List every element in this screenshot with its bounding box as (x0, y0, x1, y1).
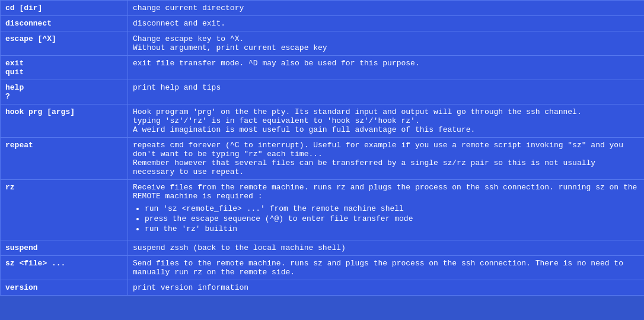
table-row: versionprint version information (1, 280, 645, 296)
table-row: hook prg [args]Hook program 'prg' on the… (1, 104, 645, 138)
description-cell: Receive files from the remote machine. r… (128, 180, 645, 240)
command-cell: suspend (1, 240, 128, 256)
command-cell: sz <file> ... (1, 256, 128, 280)
command-cell: disconnect (1, 16, 128, 31)
table-row: exitquitexit file transfer mode. ^D may … (1, 56, 645, 80)
description-cell: disconnect and exit. (128, 16, 645, 31)
table-row: escape [^X]Change escape key to ^X.Witho… (1, 31, 645, 56)
command-cell: repeat (1, 138, 128, 180)
table-row: cd [dir]change current directory (1, 1, 645, 16)
description-cell: change current directory (128, 1, 645, 16)
description-cell: Send files to the remote machine. runs s… (128, 256, 645, 280)
command-cell: cd [dir] (1, 1, 128, 16)
table-row: sz <file> ...Send files to the remote ma… (1, 256, 645, 280)
desc-intro: Receive files from the remote machine. r… (133, 183, 637, 201)
table-row: help?print help and tips (1, 80, 645, 104)
description-cell: exit file transfer mode. ^D may also be … (128, 56, 645, 80)
bullet-item: run the 'rz' builtin (145, 224, 639, 233)
bullet-item: run 'sz <remote_file> ...' from the remo… (145, 204, 639, 213)
command-cell: rz (1, 180, 128, 240)
desc-bullets: run 'sz <remote_file> ...' from the remo… (133, 204, 639, 233)
description-cell: Hook program 'prg' on the the pty. Its s… (128, 104, 645, 138)
help-table: cd [dir]change current directorydisconne… (0, 0, 644, 296)
command-cell: version (1, 280, 128, 296)
table-row: suspendsuspend zssh (back to the local m… (1, 240, 645, 256)
table-row: rzReceive files from the remote machine.… (1, 180, 645, 240)
command-cell: exitquit (1, 56, 128, 80)
description-cell: suspend zssh (back to the local machine … (128, 240, 645, 256)
command-cell: help? (1, 80, 128, 104)
bullet-item: press the escape sequence (^@) to enter … (145, 214, 639, 223)
table-row: disconnectdisconnect and exit. (1, 16, 645, 31)
command-cell: escape [^X] (1, 31, 128, 56)
description-cell: Change escape key to ^X.Without argument… (128, 31, 645, 56)
description-cell: repeats cmd forever (^C to interrupt). U… (128, 138, 645, 180)
description-cell: print help and tips (128, 80, 645, 104)
table-row: repeatrepeats cmd forever (^C to interru… (1, 138, 645, 180)
command-cell: hook prg [args] (1, 104, 128, 138)
description-cell: print version information (128, 280, 645, 296)
